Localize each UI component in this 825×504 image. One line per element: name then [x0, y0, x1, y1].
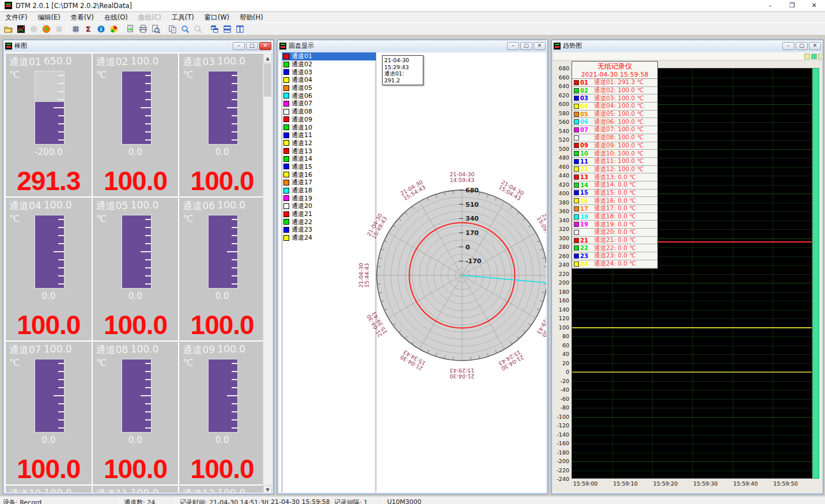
menu-文件(F)[interactable]: 文件(F) — [0, 12, 33, 23]
scroll-button[interactable] — [804, 54, 810, 59]
menu-工具(T)[interactable]: 工具(T) — [166, 12, 199, 23]
legend-row[interactable]: 24通道24: 0.0 ℃ — [572, 260, 657, 268]
menu-帮助(H)[interactable]: 帮助(H) — [234, 12, 268, 23]
polar-chart[interactable]: 6805103401700-17021-04-3014:59:4321-04-3… — [330, 143, 546, 408]
sigma-icon[interactable]: Σ — [82, 24, 94, 34]
menu-编辑(E)[interactable]: 编辑(E) — [33, 12, 66, 23]
tile-vertical-icon[interactable] — [233, 24, 246, 34]
unit-label: ℃ — [183, 69, 193, 80]
copy-icon[interactable] — [166, 24, 179, 34]
channel-list-item[interactable]: 通道06 — [282, 92, 376, 100]
scroll-down-icon[interactable]: ▼ — [263, 485, 272, 492]
trend-vertical-scrollbar[interactable] — [812, 68, 819, 479]
channel-list-item[interactable]: 通道02 — [282, 60, 376, 69]
legend-row[interactable]: 02通道02: 100.0 ℃ — [572, 87, 657, 95]
scrollbar-thumb[interactable] — [264, 63, 271, 97]
data-tooltip: 21-04-30 15:29:43 通道01: 291.2 — [382, 55, 423, 85]
channel-number: 19 — [580, 221, 592, 228]
legend-row[interactable]: 09通道09: 100.0 ℃ — [572, 142, 657, 150]
legend-row[interactable]: 13通道13: 0.0 ℃ — [572, 173, 657, 181]
channel-list-item[interactable]: 通道08 — [282, 108, 376, 116]
channel-color-chip — [283, 148, 289, 154]
export-icon[interactable] — [124, 24, 137, 34]
gauge-tick — [58, 411, 64, 412]
gauge-tick — [232, 371, 237, 372]
info-icon[interactable]: i — [94, 24, 107, 34]
legend-row[interactable]: 01通道01: 291.3 ℃ — [572, 79, 657, 87]
close-button[interactable]: ✕ — [803, 0, 825, 12]
print-preview-icon[interactable] — [149, 24, 162, 34]
print-icon[interactable] — [137, 24, 149, 34]
svg-text:21-04-3015:54:43: 21-04-3015:54:43 — [399, 179, 427, 202]
scroll-up-icon[interactable]: ▲ — [263, 54, 272, 63]
record-circle-icon[interactable] — [40, 24, 52, 34]
maximize-button[interactable]: □ — [796, 42, 808, 50]
scroll-button[interactable] — [818, 54, 822, 59]
trend-window-titlebar[interactable]: 趋势图 – □ ✕ — [552, 40, 823, 51]
table-icon[interactable] — [69, 24, 82, 34]
channel-list-item[interactable]: 通道10 — [282, 123, 376, 131]
svg-text:-170: -170 — [466, 257, 482, 265]
legend-row[interactable]: 20通道20: 0.0 ℃ — [572, 229, 657, 237]
gauge-tick — [58, 115, 64, 116]
legend-row[interactable]: 07通道07: 100.0 ℃ — [572, 126, 657, 134]
gridline — [572, 408, 812, 408]
maximize-button[interactable]: □ — [520, 42, 532, 50]
chart-icon[interactable] — [14, 24, 27, 34]
legend-row[interactable]: 23通道23: 0.0 ℃ — [572, 252, 657, 260]
close-button[interactable]: ✕ — [809, 42, 821, 50]
channel-list-item[interactable]: 通道01 — [282, 52, 376, 60]
gauge-track — [35, 359, 65, 433]
legend-row[interactable]: 04通道04: 100.0 ℃ — [572, 103, 657, 111]
channel-number: 13 — [580, 174, 592, 180]
range-min: 0.0 — [6, 435, 92, 445]
disc-window-title: 圆盘显示 — [289, 41, 314, 50]
disc-window-titlebar[interactable]: 圆盘显示 – □ ✕ — [278, 40, 547, 51]
legend-row[interactable]: 21通道21: 0.0 ℃ — [572, 237, 657, 245]
channel-list-item[interactable]: 通道07 — [282, 100, 376, 108]
pie-icon[interactable] — [107, 24, 120, 34]
legend-row[interactable]: 22通道22: 0.0 ℃ — [572, 244, 657, 252]
legend-row[interactable]: 10通道10: 100.0 ℃ — [572, 150, 657, 158]
minimize-button[interactable]: – — [782, 42, 794, 50]
channel-value: 100.0 — [93, 309, 179, 340]
legend-row[interactable]: 03通道03: 100.0 ℃ — [572, 94, 657, 103]
bar-window-titlebar[interactable]: 棒图 – □ ✕ — [3, 40, 273, 51]
gauge-tick — [145, 363, 151, 364]
menu-在线(O)[interactable]: 在线(O) — [99, 12, 133, 23]
channel-list-item[interactable]: 通道05 — [282, 84, 376, 92]
gauge-tick — [232, 115, 237, 116]
tile-horizontal-icon[interactable] — [221, 24, 233, 34]
maximize-button[interactable]: □ — [246, 42, 258, 50]
menu-查看(V)[interactable]: 查看(V) — [66, 12, 99, 23]
legend-row[interactable]: 17通道17: 0.0 ℃ — [572, 205, 657, 213]
legend-row[interactable]: 16通道16: 0.0 ℃ — [572, 197, 657, 205]
menu-窗口(W)[interactable]: 窗口(W) — [199, 12, 234, 23]
legend-row[interactable]: 19通道19: 0.0 ℃ — [572, 221, 657, 229]
zoom-icon[interactable] — [179, 24, 191, 34]
channel-list-item[interactable]: 通道11 — [282, 131, 376, 139]
legend-row[interactable]: 12通道12: 100.0 ℃ — [572, 166, 657, 174]
channel-name: 通道02 — [96, 55, 130, 68]
minimize-button[interactable]: – — [233, 42, 245, 50]
close-button[interactable]: ✕ — [533, 42, 546, 50]
channel-list-item[interactable]: 通道09 — [282, 116, 376, 124]
cascade-icon[interactable] — [208, 24, 221, 34]
legend-row[interactable]: 18通道18: 0.0 ℃ — [572, 213, 657, 221]
trend-horizontal-scrollbar[interactable] — [553, 52, 822, 60]
bar-scrollbar[interactable]: ▲ ▼ — [263, 54, 272, 492]
channel-list-item[interactable]: 通道04 — [282, 76, 376, 84]
legend-row[interactable]: 14通道14: 0.0 ℃ — [572, 181, 657, 190]
legend-row[interactable]: 15通道15: 0.0 ℃ — [572, 190, 657, 198]
legend-row[interactable]: 11通道11: 100.0 ℃ — [572, 158, 657, 166]
maximize-button[interactable]: ❐ — [781, 0, 803, 12]
minimize-button[interactable]: – — [507, 42, 519, 50]
legend-row[interactable]: 05通道05: 100.0 ℃ — [572, 111, 657, 119]
scroll-button[interactable] — [811, 54, 817, 59]
close-button[interactable]: ✕ — [259, 42, 271, 50]
legend-row[interactable]: 08通道08: 100.0 ℃ — [572, 134, 657, 142]
open-folder-icon[interactable] — [2, 24, 14, 34]
channel-list-item[interactable]: 通道03 — [282, 68, 376, 76]
minimize-button[interactable]: – — [759, 0, 781, 12]
legend-row[interactable]: 06通道06: 100.0 ℃ — [572, 118, 657, 126]
